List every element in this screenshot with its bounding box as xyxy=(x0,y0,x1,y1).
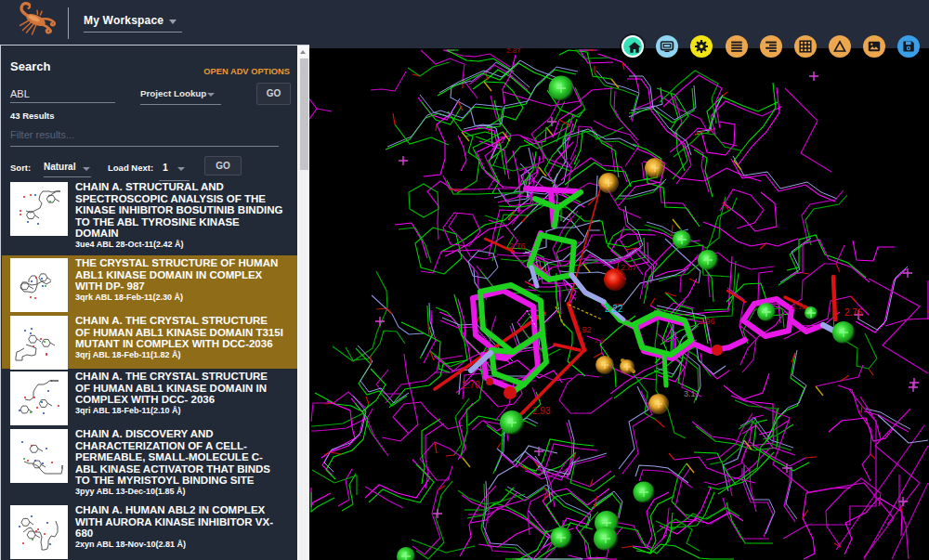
svg-text:2.92: 2.92 xyxy=(575,325,592,334)
svg-text:2.76: 2.76 xyxy=(844,307,863,318)
svg-text:2.87: 2.87 xyxy=(621,263,637,272)
svg-text:2.87: 2.87 xyxy=(506,48,521,55)
svg-text:3.15: 3.15 xyxy=(792,303,806,311)
svg-text:3.1: 3.1 xyxy=(684,389,696,398)
svg-text:2.93: 2.93 xyxy=(532,406,551,416)
svg-text:2.22: 2.22 xyxy=(605,304,623,314)
svg-text:2.70: 2.70 xyxy=(462,380,480,390)
svg-text:2.96: 2.96 xyxy=(699,317,715,326)
svg-text:2.76: 2.76 xyxy=(509,241,526,251)
svg-text:2.9: 2.9 xyxy=(595,336,606,345)
